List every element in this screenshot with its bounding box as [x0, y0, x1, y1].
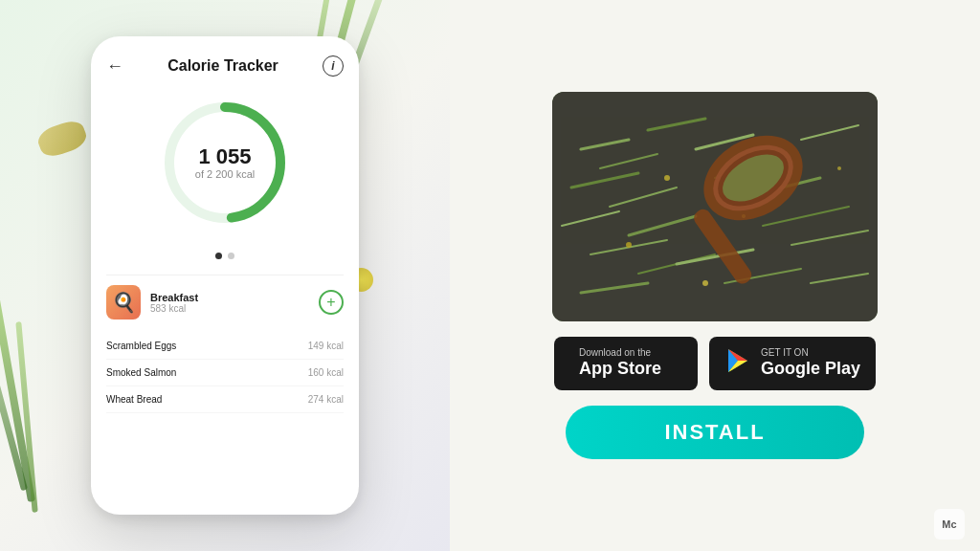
svg-point-25: [837, 166, 841, 170]
google-play-subtitle: GET IT ON: [761, 347, 860, 359]
meal-kcal: 583 kcal: [150, 303, 198, 314]
store-buttons: Download on the App Store GET IT ON Goog…: [554, 337, 876, 390]
watermark: Mc: [934, 509, 965, 540]
meal-name: Breakfast: [150, 292, 198, 303]
google-play-button[interactable]: GET IT ON Google Play: [709, 337, 876, 390]
app-store-name: App Store: [579, 359, 661, 380]
screen-title: Calorie Tracker: [167, 57, 278, 75]
back-arrow[interactable]: ←: [106, 56, 123, 77]
phone-header: ← Calorie Tracker i: [106, 55, 344, 77]
deco-circle-1: [34, 117, 89, 160]
meal-name-block: Breakfast 583 kcal: [150, 292, 198, 314]
dot-2[interactable]: [228, 253, 234, 259]
svg-point-22: [664, 175, 670, 181]
app-store-subtitle: Download on the: [579, 347, 661, 359]
right-panel: Download on the App Store GET IT ON Goog…: [450, 0, 980, 551]
left-panel: ← Calorie Tracker i 1 055: [0, 0, 450, 551]
phone-mockup: ← Calorie Tracker i 1 055: [91, 36, 359, 515]
app-store-button[interactable]: Download on the App Store: [554, 337, 698, 390]
food-item-wheat-bread: Wheat Bread 274 kcal: [106, 386, 344, 413]
info-icon[interactable]: i: [323, 55, 344, 77]
svg-point-24: [626, 242, 632, 248]
ring-calories: 1 055: [195, 145, 255, 168]
food-item-smoked-salmon: Smoked Salmon 160 kcal: [106, 360, 344, 386]
food-kcal-smoked-salmon: 160 kcal: [308, 367, 344, 378]
food-name-smoked-salmon: Smoked Salmon: [106, 367, 176, 378]
add-meal-button[interactable]: +: [319, 290, 344, 315]
app-store-text: Download on the App Store: [579, 347, 661, 380]
ring-text: 1 055 of 2 200 kcal: [195, 145, 255, 180]
dot-1[interactable]: [215, 253, 222, 259]
pagination-dots: [106, 253, 344, 259]
food-item-scrambled-eggs: Scrambled Eggs 149 kcal: [106, 333, 344, 360]
calorie-ring-container: 1 055 of 2 200 kcal: [106, 96, 344, 237]
meal-section-breakfast: 🍳 Breakfast 583 kcal +: [106, 275, 344, 333]
food-name-scrambled-eggs: Scrambled Eggs: [106, 341, 176, 351]
google-play-icon: [724, 347, 751, 380]
calorie-ring: 1 055 of 2 200 kcal: [158, 96, 292, 230]
food-name-wheat-bread: Wheat Bread: [106, 394, 162, 405]
google-play-name: Google Play: [761, 359, 860, 380]
food-kcal-wheat-bread: 274 kcal: [308, 394, 344, 405]
herb-image: [552, 92, 878, 321]
food-kcal-scrambled-eggs: 149 kcal: [308, 341, 344, 351]
install-button[interactable]: INSTALL: [566, 406, 864, 459]
install-label: INSTALL: [664, 420, 765, 445]
food-items-list: Scrambled Eggs 149 kcal Smoked Salmon 16…: [106, 333, 344, 413]
ring-total: of 2 200 kcal: [195, 168, 255, 180]
google-play-text: GET IT ON Google Play: [761, 347, 860, 380]
meal-image: 🍳: [106, 285, 141, 320]
svg-point-26: [702, 280, 708, 286]
meal-info: 🍳 Breakfast 583 kcal: [106, 285, 198, 320]
